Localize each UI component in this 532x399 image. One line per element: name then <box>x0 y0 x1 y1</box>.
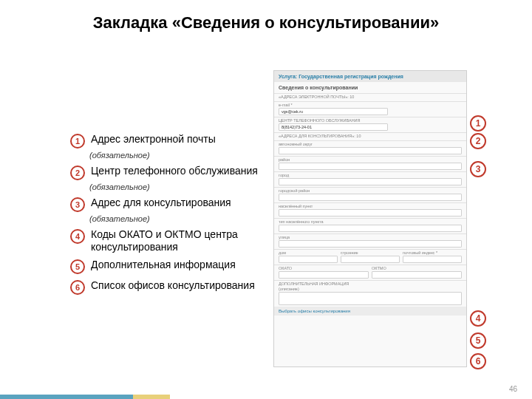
legend-text-6: Список офисов консультирования <box>91 279 255 292</box>
sc-settlement-field[interactable] <box>279 209 462 216</box>
legend-text-2: Центр телефонного обслуживания <box>91 165 258 177</box>
legend-text-4: Коды ОКАТО и ОКТМО центра консультирован… <box>91 228 262 253</box>
sc-city-label: город <box>279 173 462 177</box>
legend-badge-3: 3 <box>70 197 85 212</box>
sc-email-field[interactable]: vgs@cek.ru <box>279 108 388 115</box>
sc-district-field[interactable] <box>279 163 462 170</box>
marker-4: 4 <box>470 310 486 327</box>
sc-extra-field[interactable] <box>279 292 462 305</box>
legend-item-2: 2 Центр телефонного обслуживания <box>70 165 262 180</box>
sc-phone-label: ЦЕНТР ТЕЛЕФОННОГО ОБСЛУЖИВАНИЯ <box>279 118 462 123</box>
sc-urban-field[interactable] <box>279 194 462 201</box>
sc-place-label: тип населённого пункта <box>279 219 462 224</box>
legend-item-6: 6 Список офисов консультирования <box>70 279 262 295</box>
legend-badge-2: 2 <box>70 166 85 180</box>
legend-text-1: Адрес электронной почты <box>91 133 216 146</box>
sc-phone-field[interactable]: 8(8142)73-24-01 <box>279 123 388 131</box>
legend-item-5: 5 Дополнительная информация <box>70 259 262 274</box>
legend-badge-4: 4 <box>70 229 85 244</box>
sc-addr-label: «АДРЕСА ДЛЯ КОНСУЛЬТИРОВАНИЯ»: 10 <box>279 134 462 138</box>
sc-street-field[interactable] <box>279 240 462 248</box>
sc-extra-label: ДОПОЛНИТЕЛЬНАЯ ИНФОРМАЦИЯ <box>279 282 462 286</box>
footer-accent-bar-2 <box>133 395 170 399</box>
sc-okato-label: ОКАТО <box>279 266 369 270</box>
sc-region-field[interactable] <box>279 147 462 154</box>
legend-badge-1: 1 <box>70 134 85 149</box>
legend-item-4: 4 Коды ОКАТО и ОКТМО центра консультиров… <box>70 228 262 253</box>
sc-district-label: район <box>279 157 462 162</box>
sc-oktmo-field[interactable] <box>372 271 462 279</box>
sc-city-field[interactable] <box>279 178 462 185</box>
legend-item-3: 3 Адрес для консультирования <box>70 197 262 212</box>
sc-count-label: «АДРЕСА ЭЛЕКТРОННОЙ ПОЧТЫ»: 10 <box>279 95 462 99</box>
legend-badge-5: 5 <box>70 259 85 274</box>
form-screenshot: Услуга: Государственная регистрация рожд… <box>273 70 467 367</box>
sc-house-label: дом <box>279 250 338 255</box>
page-number: 46 <box>509 385 517 393</box>
sc-street-label: улица <box>279 235 462 239</box>
sc-house-field[interactable] <box>279 256 338 263</box>
sc-region-label: автономный округ <box>279 142 462 146</box>
page-title: Закладка «Сведения о консультировании» <box>0 13 532 33</box>
legend-text-5: Дополнительная информация <box>91 259 236 271</box>
legend-item-1: 1 Адрес электронной почты <box>70 133 262 149</box>
legend-text-3: Адрес для консультирования <box>91 197 231 209</box>
sc-service-title: Услуга: Государственная регистрация рожд… <box>274 71 466 82</box>
sc-index-field[interactable] <box>403 256 462 263</box>
legend-badge-6: 6 <box>70 280 85 295</box>
sc-oktmo-label: ОКТМО <box>372 266 462 270</box>
sc-extra-sub: (описание) <box>279 287 462 291</box>
sc-index-label: почтовый индекс * <box>403 250 462 255</box>
sc-building-label: строение <box>341 250 400 255</box>
sc-place-field[interactable] <box>279 225 462 232</box>
legend-optional-3: (обязательное) <box>89 214 262 223</box>
marker-2: 2 <box>470 133 486 149</box>
legend-optional-2: (обязательное) <box>89 183 262 191</box>
sc-offices-link[interactable]: Выбрать офисы консультирования <box>274 307 466 316</box>
footer-accent-bar <box>0 395 133 399</box>
legend-optional-1: (обязательное) <box>89 151 262 160</box>
marker-6: 6 <box>470 353 486 369</box>
sc-okato-field[interactable] <box>279 271 369 279</box>
sc-urban-label: городской район <box>279 188 462 193</box>
sc-email-label: e-mail * <box>279 103 462 107</box>
marker-5: 5 <box>470 332 486 349</box>
marker-1: 1 <box>470 115 486 132</box>
marker-3: 3 <box>470 161 486 177</box>
sc-settlement-label: населённый пункт <box>279 204 462 208</box>
sc-building-field[interactable] <box>341 256 400 263</box>
sc-section-title: Сведения о консультировании <box>274 82 466 93</box>
